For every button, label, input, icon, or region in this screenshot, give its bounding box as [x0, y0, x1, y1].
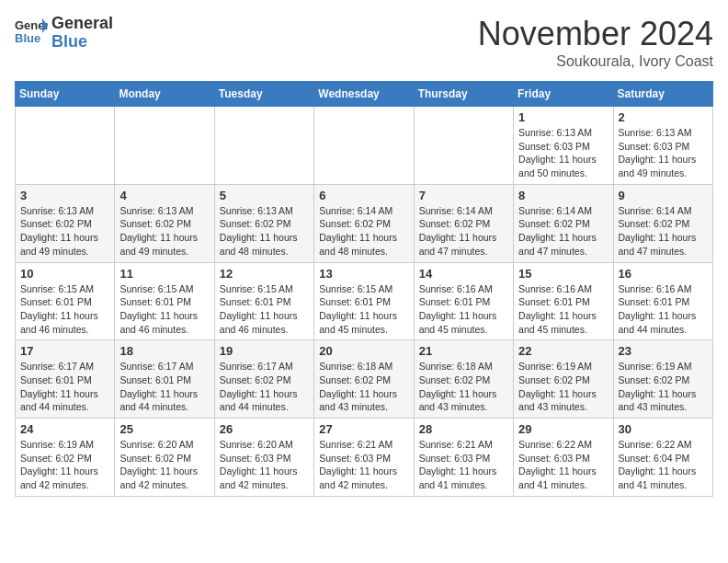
day-number: 1 — [518, 110, 608, 124]
day-info: Sunrise: 6:13 AM Sunset: 6:03 PM Dayligh… — [619, 126, 708, 180]
day-number: 23 — [619, 344, 708, 358]
day-info: Sunrise: 6:17 AM Sunset: 6:01 PM Dayligh… — [20, 360, 109, 414]
logo-general: General — [51, 15, 113, 33]
logo-blue: Blue — [51, 33, 113, 52]
calendar-cell: 7Sunrise: 6:14 AM Sunset: 6:02 PM Daylig… — [414, 184, 513, 262]
location-title: Soukourala, Ivory Coast — [478, 53, 713, 70]
calendar-cell: 24Sunrise: 6:19 AM Sunset: 6:02 PM Dayli… — [16, 419, 115, 497]
logo: General Blue GeneralBlue — [15, 15, 113, 52]
day-info: Sunrise: 6:13 AM Sunset: 6:02 PM Dayligh… — [220, 204, 309, 259]
day-info: Sunrise: 6:16 AM Sunset: 6:01 PM Dayligh… — [518, 282, 608, 337]
calendar-cell: 11Sunrise: 6:15 AM Sunset: 6:01 PM Dayli… — [115, 262, 214, 340]
calendar-week-row: 24Sunrise: 6:19 AM Sunset: 6:02 PM Dayli… — [16, 419, 713, 497]
calendar-cell: 6Sunrise: 6:14 AM Sunset: 6:02 PM Daylig… — [314, 184, 414, 262]
day-info: Sunrise: 6:17 AM Sunset: 6:02 PM Dayligh… — [220, 360, 309, 414]
day-info: Sunrise: 6:14 AM Sunset: 6:02 PM Dayligh… — [319, 204, 408, 259]
day-info: Sunrise: 6:19 AM Sunset: 6:02 PM Dayligh… — [20, 438, 109, 492]
day-number: 27 — [319, 422, 408, 436]
day-info: Sunrise: 6:17 AM Sunset: 6:01 PM Dayligh… — [119, 360, 209, 414]
day-number: 28 — [419, 422, 508, 436]
weekday-header: Saturday — [613, 82, 712, 107]
day-number: 26 — [220, 422, 309, 436]
calendar-cell: 20Sunrise: 6:18 AM Sunset: 6:02 PM Dayli… — [314, 340, 414, 419]
weekday-header: Monday — [115, 82, 214, 107]
logo-icon: General Blue — [15, 17, 48, 50]
day-number: 6 — [319, 189, 408, 202]
svg-text:Blue: Blue — [15, 31, 40, 45]
calendar-cell: 21Sunrise: 6:18 AM Sunset: 6:02 PM Dayli… — [414, 340, 513, 419]
day-info: Sunrise: 6:13 AM Sunset: 6:02 PM Dayligh… — [20, 204, 109, 259]
day-info: Sunrise: 6:21 AM Sunset: 6:03 PM Dayligh… — [319, 438, 408, 492]
calendar-cell — [314, 107, 414, 185]
day-info: Sunrise: 6:16 AM Sunset: 6:01 PM Dayligh… — [419, 282, 508, 337]
page-header: General Blue GeneralBlue November 2024 S… — [15, 15, 713, 70]
calendar-week-row: 10Sunrise: 6:15 AM Sunset: 6:01 PM Dayli… — [16, 262, 713, 340]
day-info: Sunrise: 6:15 AM Sunset: 6:01 PM Dayligh… — [20, 282, 109, 337]
day-info: Sunrise: 6:22 AM Sunset: 6:04 PM Dayligh… — [619, 438, 708, 492]
day-info: Sunrise: 6:19 AM Sunset: 6:02 PM Dayligh… — [619, 360, 708, 414]
logo-text: GeneralBlue — [51, 15, 113, 52]
calendar-cell: 19Sunrise: 6:17 AM Sunset: 6:02 PM Dayli… — [214, 340, 313, 419]
day-number: 30 — [619, 422, 708, 436]
day-info: Sunrise: 6:15 AM Sunset: 6:01 PM Dayligh… — [220, 282, 309, 337]
calendar-cell — [16, 107, 115, 185]
calendar-cell: 2Sunrise: 6:13 AM Sunset: 6:03 PM Daylig… — [613, 107, 712, 185]
day-info: Sunrise: 6:21 AM Sunset: 6:03 PM Dayligh… — [419, 438, 508, 492]
day-info: Sunrise: 6:18 AM Sunset: 6:02 PM Dayligh… — [419, 360, 508, 414]
calendar-cell: 14Sunrise: 6:16 AM Sunset: 6:01 PM Dayli… — [414, 262, 513, 340]
month-title: November 2024 — [478, 15, 713, 53]
day-info: Sunrise: 6:13 AM Sunset: 6:02 PM Dayligh… — [119, 204, 209, 259]
calendar-cell: 22Sunrise: 6:19 AM Sunset: 6:02 PM Dayli… — [514, 340, 613, 419]
day-number: 8 — [518, 189, 608, 202]
calendar-cell: 1Sunrise: 6:13 AM Sunset: 6:03 PM Daylig… — [514, 107, 613, 185]
calendar-cell: 28Sunrise: 6:21 AM Sunset: 6:03 PM Dayli… — [414, 419, 513, 497]
day-info: Sunrise: 6:14 AM Sunset: 6:02 PM Dayligh… — [619, 204, 708, 259]
day-info: Sunrise: 6:15 AM Sunset: 6:01 PM Dayligh… — [319, 282, 408, 337]
day-number: 18 — [119, 344, 209, 358]
calendar-cell: 12Sunrise: 6:15 AM Sunset: 6:01 PM Dayli… — [214, 262, 313, 340]
day-info: Sunrise: 6:20 AM Sunset: 6:03 PM Dayligh… — [220, 438, 309, 492]
weekday-header: Wednesday — [314, 82, 414, 107]
calendar-cell: 29Sunrise: 6:22 AM Sunset: 6:03 PM Dayli… — [514, 419, 613, 497]
day-info: Sunrise: 6:18 AM Sunset: 6:02 PM Dayligh… — [319, 360, 408, 414]
calendar-cell: 25Sunrise: 6:20 AM Sunset: 6:02 PM Dayli… — [115, 419, 214, 497]
day-number: 22 — [518, 344, 608, 358]
day-info: Sunrise: 6:22 AM Sunset: 6:03 PM Dayligh… — [518, 438, 608, 492]
weekday-header: Thursday — [414, 82, 513, 107]
calendar-cell: 5Sunrise: 6:13 AM Sunset: 6:02 PM Daylig… — [214, 184, 313, 262]
day-number: 19 — [220, 344, 309, 358]
calendar-cell: 4Sunrise: 6:13 AM Sunset: 6:02 PM Daylig… — [115, 184, 214, 262]
day-info: Sunrise: 6:15 AM Sunset: 6:01 PM Dayligh… — [119, 282, 209, 337]
calendar-cell: 3Sunrise: 6:13 AM Sunset: 6:02 PM Daylig… — [16, 184, 115, 262]
day-number: 11 — [119, 267, 209, 281]
day-number: 3 — [20, 189, 109, 202]
calendar-cell: 17Sunrise: 6:17 AM Sunset: 6:01 PM Dayli… — [16, 340, 115, 419]
day-info: Sunrise: 6:19 AM Sunset: 6:02 PM Dayligh… — [518, 360, 608, 414]
calendar-cell: 10Sunrise: 6:15 AM Sunset: 6:01 PM Dayli… — [16, 262, 115, 340]
calendar-cell — [214, 107, 313, 185]
day-number: 29 — [518, 422, 608, 436]
weekday-header: Friday — [514, 82, 613, 107]
day-number: 9 — [619, 189, 708, 202]
calendar-week-row: 1Sunrise: 6:13 AM Sunset: 6:03 PM Daylig… — [16, 107, 713, 185]
day-number: 13 — [319, 267, 408, 281]
day-number: 2 — [619, 110, 708, 124]
day-number: 21 — [419, 344, 508, 358]
day-info: Sunrise: 6:14 AM Sunset: 6:02 PM Dayligh… — [419, 204, 508, 259]
calendar-cell: 8Sunrise: 6:14 AM Sunset: 6:02 PM Daylig… — [514, 184, 613, 262]
day-number: 10 — [20, 267, 109, 281]
day-number: 24 — [20, 422, 109, 436]
calendar-week-row: 17Sunrise: 6:17 AM Sunset: 6:01 PM Dayli… — [16, 340, 713, 419]
calendar-cell: 26Sunrise: 6:20 AM Sunset: 6:03 PM Dayli… — [214, 419, 313, 497]
calendar-cell: 23Sunrise: 6:19 AM Sunset: 6:02 PM Dayli… — [613, 340, 712, 419]
day-info: Sunrise: 6:16 AM Sunset: 6:01 PM Dayligh… — [619, 282, 708, 337]
calendar-table: SundayMondayTuesdayWednesdayThursdayFrid… — [15, 81, 713, 497]
calendar-cell: 27Sunrise: 6:21 AM Sunset: 6:03 PM Dayli… — [314, 419, 414, 497]
title-block: November 2024 Soukourala, Ivory Coast — [478, 15, 713, 70]
day-info: Sunrise: 6:20 AM Sunset: 6:02 PM Dayligh… — [119, 438, 209, 492]
calendar-header-row: SundayMondayTuesdayWednesdayThursdayFrid… — [16, 82, 713, 107]
day-info: Sunrise: 6:13 AM Sunset: 6:03 PM Dayligh… — [518, 126, 608, 180]
day-number: 12 — [220, 267, 309, 281]
weekday-header: Sunday — [16, 82, 115, 107]
day-number: 17 — [20, 344, 109, 358]
